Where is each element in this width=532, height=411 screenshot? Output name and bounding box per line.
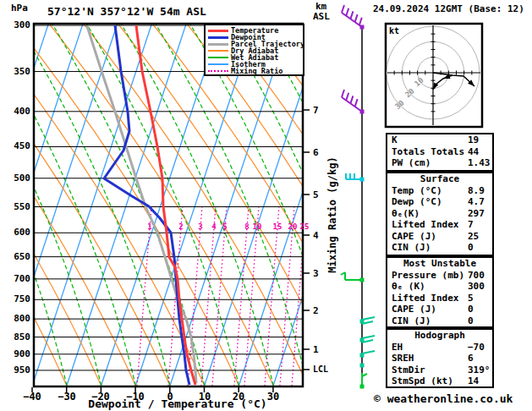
- temp-tick-label: −10: [117, 391, 154, 403]
- pressure-tick-label: 800: [5, 313, 30, 324]
- legend-item: Mixing Ratio: [208, 68, 303, 74]
- legend-swatch: [208, 63, 228, 65]
- wind-barb: [360, 364, 365, 368]
- stat-value: 300: [468, 281, 485, 293]
- wind-barb: [342, 5, 365, 30]
- stat-label: Lifted Index: [392, 219, 458, 230]
- pressure-tick-label: 650: [5, 251, 30, 262]
- stat-row: PW (cm)1.43: [387, 157, 492, 169]
- barb-feather: [362, 351, 375, 353]
- km-tick-label: 4: [313, 230, 319, 241]
- hodograph-unit-label: kt: [389, 26, 399, 36]
- stat-value: 8.9: [468, 185, 485, 197]
- barb-feather: [346, 93, 348, 101]
- pressure-tick-label: 600: [5, 227, 30, 238]
- surface-panel: SurfaceTemp (°C)8.9Dewp (°C)4.7θₑ(K)297L…: [386, 172, 494, 256]
- dry-adiabat-line: [0, 24, 205, 386]
- stat-row: EH−70: [387, 342, 492, 353]
- pressure-tick-label: 700: [5, 273, 30, 284]
- stat-label: CIN (J): [392, 242, 431, 253]
- stat-label: CIN (J): [392, 315, 431, 326]
- copyright: © weatheronline.co.uk: [374, 392, 513, 405]
- pressure-tick-label: 900: [5, 348, 30, 359]
- stat-row: Pressure (mb)700: [387, 270, 492, 282]
- barb-feather: [346, 8, 348, 16]
- temp-tick-label: 10: [186, 391, 223, 403]
- isotherm-line: [135, 24, 255, 386]
- skewt-sounding-page: hPa 57°12'N 357°12'W 54m ASL km ASL 24.0…: [0, 0, 532, 411]
- indices-panel: K19Totals Totals44PW (cm)1.43: [386, 133, 494, 172]
- stat-row: SREH6: [387, 353, 492, 364]
- stat-value: 0: [468, 304, 474, 315]
- hodograph: [386, 24, 482, 127]
- isotherm-line: [67, 24, 186, 386]
- km-tick-label: 7: [313, 105, 319, 116]
- most-unstable-panel: Most UnstablePressure (mb)700θₑ (K)300Li…: [386, 256, 494, 328]
- stat-row: StmDir319°: [387, 364, 492, 376]
- isotherm-line: [101, 24, 221, 386]
- stat-value: 25: [468, 231, 479, 243]
- barb-feather: [350, 11, 353, 19]
- mixing-ratio-value-label: 2: [174, 222, 188, 231]
- km-tick-label: 1: [313, 344, 319, 355]
- isotherm-line: [170, 24, 289, 386]
- stat-row: Lifted Index5: [387, 293, 492, 304]
- stat-label: Pressure (mb): [392, 270, 464, 281]
- panel-title: Most Unstable: [387, 258, 492, 270]
- stat-value: 7: [468, 219, 474, 231]
- stat-label: StmDir: [392, 364, 425, 375]
- stat-value: 44: [468, 146, 479, 158]
- stat-value: 19: [468, 134, 479, 146]
- barb-feather: [359, 18, 362, 25]
- barb-feather: [342, 90, 344, 97]
- barb-station: [360, 364, 365, 368]
- mixing-ratio-value-label: 3: [194, 222, 207, 231]
- isotherm-line: [32, 24, 151, 386]
- mixing-ratio-value-label: 25: [298, 222, 311, 231]
- legend-swatch: [208, 36, 228, 39]
- stat-label: θₑ(K): [392, 208, 420, 219]
- stat-label: Totals Totals: [392, 146, 464, 157]
- stat-label: CAPE (J): [392, 304, 436, 315]
- legend-label: Mixing Ratio: [231, 68, 282, 74]
- stat-label: Temp (°C): [392, 185, 442, 196]
- panel-title: Surface: [387, 173, 492, 185]
- stat-value: 0: [468, 242, 474, 254]
- stat-row: StmSpd (kt)14: [387, 375, 492, 387]
- temp-tick-label: 0: [151, 391, 189, 403]
- pressure-tick-label: 400: [5, 106, 30, 117]
- pressure-tick-label: 300: [5, 19, 30, 30]
- mixing-ratio-value-label: 1: [143, 222, 156, 231]
- stat-value: 1.43: [468, 157, 491, 169]
- legend-swatch: [208, 50, 228, 52]
- legend-box: TemperatureDewpointParcel TrajectoryDry …: [204, 24, 304, 76]
- stat-row: Dewp (°C)4.7: [387, 196, 492, 208]
- stat-value: 14: [468, 375, 479, 387]
- stat-label: θₑ (K): [392, 281, 425, 292]
- stat-label: SREH: [392, 353, 414, 364]
- legend-swatch: [208, 43, 228, 46]
- stat-value: 0: [468, 315, 474, 327]
- stat-row: CAPE (J)0: [387, 304, 492, 315]
- temp-tick-label: −40: [14, 391, 51, 403]
- km-tick-label: 6: [313, 147, 319, 158]
- stat-value: 5: [468, 293, 474, 304]
- barb-feather: [362, 336, 375, 338]
- barb-feather: [355, 14, 358, 22]
- temp-tick-label: −30: [48, 391, 85, 403]
- barb-feather: [342, 5, 344, 13]
- stat-row: CIN (J)0: [387, 242, 492, 254]
- stat-value: 4.7: [468, 196, 485, 208]
- stat-label: EH: [392, 342, 403, 353]
- temp-tick-label: 30: [255, 391, 292, 403]
- pressure-tick-label: 950: [5, 364, 30, 375]
- stat-row: CIN (J)0: [387, 315, 492, 327]
- panel-title: Hodograph: [387, 330, 492, 342]
- stat-value: 319°: [468, 364, 491, 376]
- wind-barb: [341, 272, 365, 282]
- stat-label: Lifted Index: [392, 293, 458, 304]
- stat-row: Totals Totals44: [387, 146, 492, 158]
- barb-feather: [362, 317, 375, 320]
- stat-row: Lifted Index7: [387, 219, 492, 231]
- mixing-ratio-value-label: 5: [218, 222, 232, 231]
